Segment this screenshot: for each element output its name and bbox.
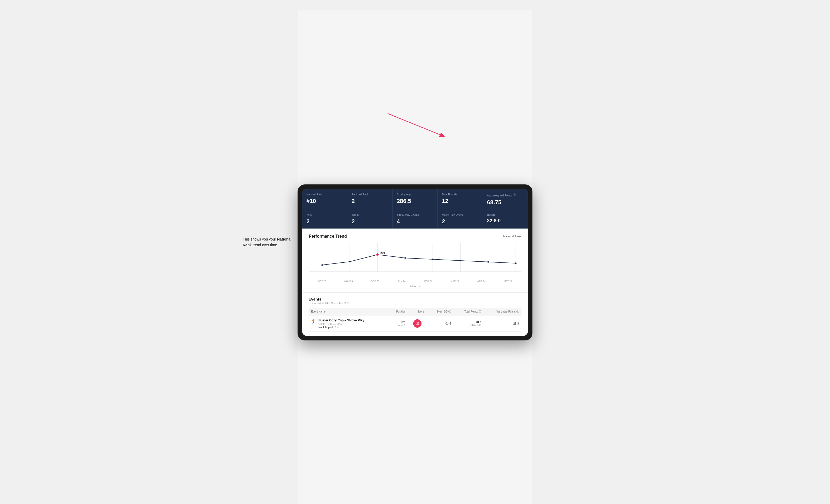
svg-point-15 [432,259,434,260]
svg-point-16 [459,260,461,261]
performance-title: Performance Trend [309,234,347,239]
performance-section: Performance Trend National Rank [302,229,528,293]
stat-scoring-avg: Scoring Avg. 286.5 [392,189,438,209]
svg-text:#10: #10 [380,251,385,254]
score-badge: -22 [413,319,421,328]
weighted-points-value: 28.3 [484,316,521,331]
svg-point-14 [404,257,406,259]
event-name: Buster Cozy Cup – Stroke Play [318,318,364,322]
event-name-cell: 🏌️ Buster Cozy Cup – Stroke Play Oct 9 –… [309,316,388,331]
stat-avg-weighted-points: Avg. Weighted Points ⓘ 68.75 [483,189,528,209]
event-date: Oct 9 – Oct 10, 2023 [318,323,364,325]
tablet-frame: National Rank #10 Regional Rank 2 Scorin… [297,184,533,340]
stat-wins: Wins 2 [302,209,347,229]
total-points-cell: 28.3 3 Rounds [454,316,484,331]
stat-match-play-events: Match Play Events 2 [438,209,483,229]
svg-point-12 [349,261,351,262]
event-sg-value: 0.45 [427,316,454,331]
events-table-header: Event Name Position Score Event SG ⓘ Tot… [309,308,521,316]
annotation-text: This shows you your National Rank trend … [243,237,291,247]
stats-row-2: Wins 2 Top 3s 2 Stroke Play Events 4 Mat… [302,209,528,229]
svg-point-13 [376,253,379,256]
event-details: Buster Cozy Cup – Stroke Play Oct 9 – Oc… [318,318,364,329]
events-last-updated: Last updated: 24th November 2023 [309,302,521,305]
x-axis-title: Months [309,284,521,288]
rank-impact: Rank Impact: 3 ▼ [318,326,364,329]
col-score: Score [408,308,427,316]
golf-icon: 🏌️ [311,319,316,324]
events-table: Event Name Position Score Event SG ⓘ Tot… [309,308,521,332]
content-wrapper: National Rank #10 Regional Rank 2 Scorin… [302,189,528,335]
performance-label: National Rank [503,235,521,238]
col-event-name: Event Name [309,308,388,316]
stat-top3s: Top 3s 2 [347,209,392,229]
svg-point-11 [321,264,323,266]
event-score: -22 [408,316,427,331]
svg-point-18 [515,262,516,264]
svg-point-17 [487,261,489,263]
rank-impact-arrow: ▼ [337,326,339,329]
event-position: 6th out of 7 [388,316,408,331]
chart-x-labels: OCT 23 NOV 23 DEC 23 JAN 24 FEB 24 MAR 2… [309,279,521,283]
table-row: 🏌️ Buster Cozy Cup – Stroke Play Oct 9 –… [309,316,521,331]
stats-row-1: National Rank #10 Regional Rank 2 Scorin… [302,189,528,209]
chart-svg: #10 [309,243,521,277]
stat-stroke-play-events: Stroke Play Events 4 [392,209,438,229]
performance-header: Performance Trend National Rank [309,234,521,239]
stat-national-rank: National Rank #10 [302,189,347,209]
tablet-screen: National Rank #10 Regional Rank 2 Scorin… [302,189,528,335]
events-section: Events Last updated: 24th November 2023 … [302,293,528,336]
stat-total-rounds: Total Rounds 12 [438,189,483,209]
col-total-points: Total Points ⓘ [454,308,484,316]
svg-line-1 [388,113,442,136]
performance-chart: #10 [309,243,521,277]
col-weighted-points: Weighted Points ⓘ [484,308,521,316]
stat-regional-rank: Regional Rank 2 [347,189,392,209]
col-position: Position [388,308,408,316]
annotation: This shows you your National Rank trend … [243,236,292,248]
col-event-sg: Event SG ⓘ [427,308,454,316]
stat-record: Record 32-8-0 [483,209,528,229]
events-title: Events [309,297,521,301]
